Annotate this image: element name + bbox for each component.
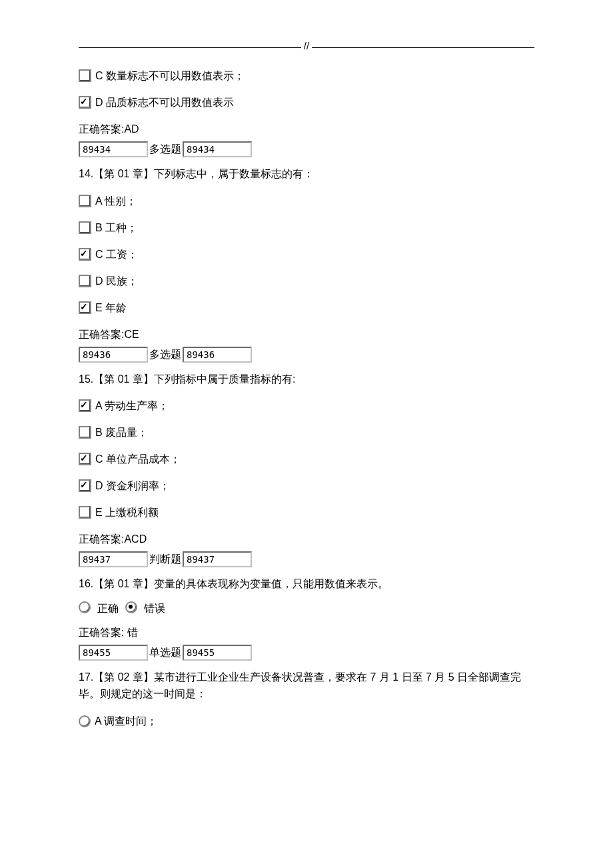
question-type-label: 判断题 <box>149 551 181 567</box>
q14-option-b[interactable]: B 工种； <box>79 220 534 236</box>
option-letter: A <box>95 715 101 727</box>
q14-option-e[interactable]: E 年龄 <box>79 300 534 316</box>
option-letter: B <box>95 427 103 438</box>
option-text: 劳动生产率； <box>105 400 169 411</box>
option-text: 品质标志不可以用数值表示 <box>106 97 234 108</box>
q16-options: 正确 错误 <box>79 601 534 617</box>
id-field-left[interactable]: 89437 <box>79 551 148 567</box>
option-letter: C <box>95 249 103 260</box>
q14-option-a[interactable]: A 性别； <box>79 193 534 209</box>
option-text: 工种； <box>105 222 137 233</box>
q17-option-a[interactable]: A 调查时间； <box>79 713 534 729</box>
option-letter: A <box>95 400 102 411</box>
q17-stem: 17.【第 02 章】某市进行工业企业生产设备状况普查，要求在 7 月 1 日至… <box>79 669 534 703</box>
false-label: 错误 <box>144 601 165 617</box>
checkbox-checked-icon[interactable] <box>79 453 91 465</box>
option-letter: A <box>95 195 102 207</box>
q15-option-d[interactable]: D 资金利润率； <box>79 478 534 494</box>
q16-answer: 正确答案: 错 <box>79 625 534 641</box>
id-field-left[interactable]: 89436 <box>79 347 148 363</box>
id-field-right[interactable]: 89437 <box>183 551 252 567</box>
option-letter: B <box>95 222 103 233</box>
checkbox-checked-icon[interactable] <box>79 248 91 261</box>
checkbox-checked-icon[interactable] <box>79 399 91 412</box>
checkbox-icon[interactable] <box>79 275 91 287</box>
option-text: 上缴税利额 <box>105 507 159 518</box>
q13-answer: 正确答案:AD <box>79 121 534 137</box>
q14-option-c[interactable]: C 工资； <box>79 247 534 263</box>
question-type-label: 多选题 <box>149 141 181 157</box>
checkbox-checked-icon[interactable] <box>79 479 91 492</box>
q15-option-a[interactable]: A 劳动生产率； <box>79 398 534 414</box>
id-row: 89434 多选题 89434 <box>79 141 534 157</box>
id-row: 89455 单选题 89455 <box>79 645 534 661</box>
option-text: 民族； <box>106 275 138 287</box>
q15-option-e[interactable]: E 上缴税利额 <box>79 505 534 521</box>
checkbox-icon[interactable] <box>79 426 91 439</box>
header-separator-text: // <box>301 40 312 51</box>
option-text: 年龄 <box>105 302 127 313</box>
page: // C 数量标志不可以用数值表示； D 品质标志不可以用数值表示 正确答案:A… <box>0 0 613 868</box>
q13-option-c[interactable]: C 数量标志不可以用数值表示； <box>79 68 534 84</box>
option-text: 废品量； <box>105 427 148 438</box>
option-letter: C <box>95 453 103 465</box>
radio-icon[interactable] <box>79 715 91 727</box>
option-text: 工资； <box>106 249 138 260</box>
q15-option-b[interactable]: B 废品量； <box>79 425 534 441</box>
id-field-left[interactable]: 89455 <box>79 645 148 661</box>
checkbox-checked-icon[interactable] <box>79 96 91 109</box>
q14-stem: 14.【第 01 章】下列标志中，属于数量标志的有： <box>79 165 534 183</box>
option-text: 性别； <box>105 195 137 207</box>
option-letter: D <box>95 480 103 491</box>
checkbox-icon[interactable] <box>79 506 91 519</box>
radio-false-selected[interactable] <box>125 601 137 613</box>
content-area: C 数量标志不可以用数值表示； D 品质标志不可以用数值表示 正确答案:AD 8… <box>79 68 534 729</box>
checkbox-icon[interactable] <box>79 221 91 234</box>
q13-option-d[interactable]: D 品质标志不可以用数值表示 <box>79 95 534 111</box>
header-separator: // <box>79 44 534 51</box>
true-label: 正确 <box>97 601 119 617</box>
checkbox-checked-icon[interactable] <box>79 301 91 314</box>
question-type-label: 多选题 <box>149 347 181 363</box>
id-field-right[interactable]: 89436 <box>183 347 252 363</box>
radio-true[interactable] <box>79 601 91 613</box>
option-text: 单位产品成本； <box>106 453 181 465</box>
checkbox-icon[interactable] <box>79 195 91 207</box>
q15-stem: 15.【第 01 章】下列指标中属于质量指标的有: <box>79 371 534 388</box>
option-letter: D <box>95 97 103 108</box>
option-text: 资金利润率； <box>106 480 170 491</box>
option-letter: E <box>95 302 103 313</box>
option-text: 数量标志不可以用数值表示； <box>106 70 245 81</box>
option-text: 调查时间； <box>104 715 157 727</box>
q15-option-c[interactable]: C 单位产品成本； <box>79 451 534 467</box>
option-letter: D <box>95 275 103 287</box>
id-row: 89436 多选题 89436 <box>79 347 534 363</box>
id-field-right[interactable]: 89455 <box>183 645 252 661</box>
q14-option-d[interactable]: D 民族； <box>79 273 534 289</box>
id-field-left[interactable]: 89434 <box>79 141 148 157</box>
q14-answer: 正确答案:CE <box>79 327 534 343</box>
question-type-label: 单选题 <box>149 645 181 661</box>
q16-stem: 16.【第 01 章】变量的具体表现称为变量值，只能用数值来表示。 <box>79 575 534 593</box>
checkbox-icon[interactable] <box>79 69 91 82</box>
option-letter: E <box>95 507 103 518</box>
id-field-right[interactable]: 89434 <box>183 141 252 157</box>
option-letter: C <box>95 70 103 81</box>
q15-answer: 正确答案:ACD <box>79 531 534 547</box>
id-row: 89437 判断题 89437 <box>79 551 534 567</box>
